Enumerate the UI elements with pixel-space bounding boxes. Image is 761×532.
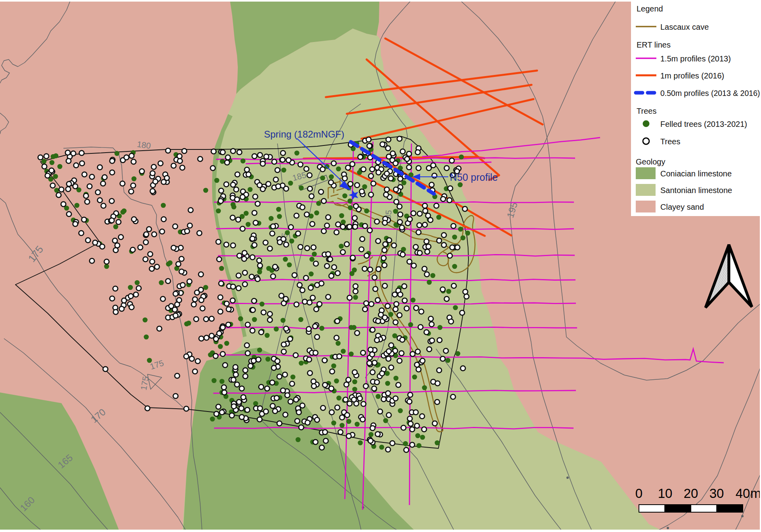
svg-text:Geology: Geology — [636, 157, 665, 166]
svg-text:180: 180 — [136, 140, 151, 151]
svg-text:0.50m profiles (2013 & 2016): 0.50m profiles (2013 & 2016) — [660, 89, 760, 98]
svg-text:ERT lines: ERT lines — [637, 40, 671, 49]
svg-text:Lascaux cave: Lascaux cave — [660, 23, 709, 31]
svg-text:m: m — [750, 486, 761, 501]
svg-text:Felled trees (2013-2021): Felled trees (2013-2021) — [660, 120, 747, 128]
svg-text:40: 40 — [736, 486, 750, 501]
svg-text:Trees: Trees — [660, 137, 680, 146]
svg-text:Legend: Legend — [637, 4, 663, 13]
svg-text:Clayey sand: Clayey sand — [660, 203, 704, 211]
svg-text:10: 10 — [658, 486, 673, 501]
svg-text:1.5m profiles (2013): 1.5m profiles (2013) — [660, 54, 731, 63]
svg-text:Trees: Trees — [637, 107, 656, 115]
svg-text:30: 30 — [709, 486, 724, 501]
svg-text:Santonian limestone: Santonian limestone — [660, 186, 732, 195]
svg-text:Coniacian limestone: Coniacian limestone — [660, 169, 732, 178]
svg-text:1m profiles (2016): 1m profiles (2016) — [660, 71, 724, 80]
svg-text:20: 20 — [684, 486, 698, 501]
svg-text:Spring (182mNGF): Spring (182mNGF) — [264, 129, 344, 140]
svg-text:0: 0 — [635, 486, 642, 501]
svg-text:N50 profile: N50 profile — [450, 172, 498, 183]
